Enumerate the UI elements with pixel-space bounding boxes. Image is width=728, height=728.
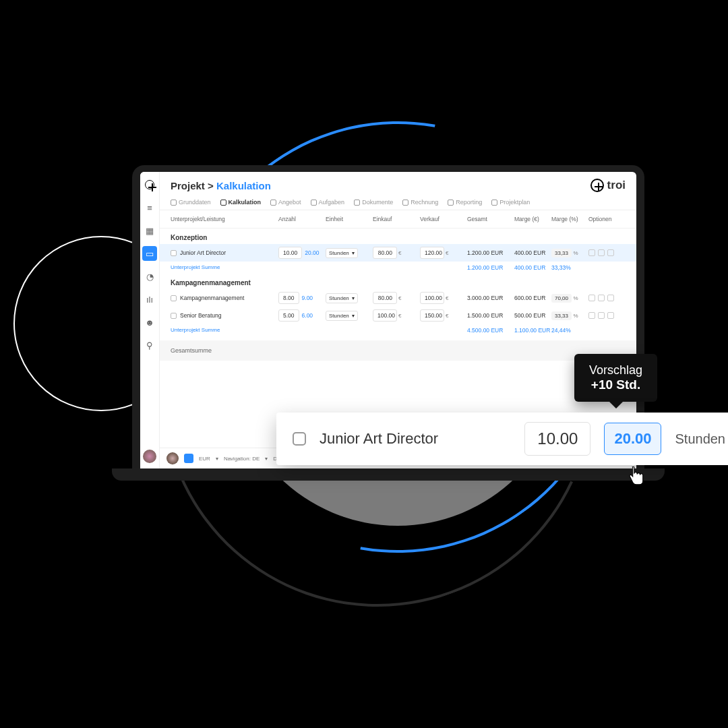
logo-icon[interactable] xyxy=(142,177,157,192)
marge-eur-cell: 600.00 EUR xyxy=(514,295,551,301)
grand-total-row: Gesamtsumme xyxy=(160,340,636,361)
footer-avatar[interactable] xyxy=(166,452,179,464)
tab-angebot[interactable]: Angebot xyxy=(270,199,301,206)
footer-app-icon[interactable] xyxy=(184,454,193,463)
breadcrumb-current: Kalkulation xyxy=(216,180,271,191)
tab-kalkulation[interactable]: Kalkulation xyxy=(220,199,262,206)
marge-eur-cell: 400.00 EUR xyxy=(514,249,551,256)
cursor-hand-icon xyxy=(627,466,644,487)
row-checkbox[interactable] xyxy=(171,250,177,256)
brand-logo-icon xyxy=(590,179,604,192)
avatar[interactable] xyxy=(143,450,156,463)
chevron-down-icon: ▾ xyxy=(265,456,268,462)
option-icon[interactable] xyxy=(598,295,605,301)
unit-select[interactable]: Stunden▾ xyxy=(326,248,358,258)
tab-reporting[interactable]: Reporting xyxy=(448,199,482,206)
footer-currency[interactable]: EUR xyxy=(199,456,210,462)
marge-pct-cell: 33,33 xyxy=(551,311,572,320)
table-row: Junior Art Director 10.0020.00 Stunden▾ … xyxy=(160,244,636,262)
qty-suggestion[interactable]: 9.00 xyxy=(299,295,313,301)
table-row: Kampagnenmanagement 8.009.00 Stunden▾ 80… xyxy=(160,289,636,307)
sidebar-item-dashboard[interactable]: ▦ xyxy=(142,223,157,238)
sell-input[interactable]: 120.00 xyxy=(420,247,444,259)
tab-projektplan[interactable]: Projektplan xyxy=(491,199,530,206)
zoom-row-name: Junior Art Director xyxy=(320,430,511,448)
buy-input[interactable]: 80.00 xyxy=(373,292,397,304)
sidebar-item-pin[interactable]: ⚲ xyxy=(142,338,157,353)
unit-label: Stunden xyxy=(675,431,725,447)
sell-input[interactable]: 150.00 xyxy=(420,309,444,322)
unit-select[interactable]: Stunden▾ xyxy=(326,293,358,303)
qty-input[interactable]: 8.00 xyxy=(278,292,299,304)
total-cell: 1.500.00 EUR xyxy=(467,312,514,319)
menu-icon[interactable]: ≡ xyxy=(142,200,157,215)
tab-icon xyxy=(270,200,276,206)
qty-suggestion[interactable]: 6.00 xyxy=(299,312,313,319)
marge-eur-cell: 500.00 EUR xyxy=(514,312,551,319)
breadcrumb: Projekt > Kalkulation xyxy=(171,180,271,191)
sidebar-item-projects[interactable]: ▭ xyxy=(142,246,157,261)
tab-icon xyxy=(448,200,454,206)
unit-select[interactable]: Stunden▾ xyxy=(326,311,358,321)
suggestion-tooltip: Vorschlag +10 Std. xyxy=(574,354,657,402)
table-row: Senior Beratung 5.006.00 Stunden▾ 100.00… xyxy=(160,307,636,324)
row-checkbox[interactable] xyxy=(171,313,177,319)
option-icon[interactable] xyxy=(598,312,605,319)
group-heading-konzeption: Konzeption xyxy=(160,229,636,244)
chevron-down-icon: ▾ xyxy=(216,456,218,462)
buy-input[interactable]: 80.00 xyxy=(373,247,397,259)
qty-input[interactable]: 10.00 xyxy=(278,247,302,259)
tab-bar: Grunddaten Kalkulation Angebot Aufgaben … xyxy=(160,195,636,210)
option-icon[interactable] xyxy=(598,249,605,256)
tab-icon xyxy=(311,200,317,206)
table-header: Unterprojekt/Leistung Anzahl Einheit Ein… xyxy=(160,210,636,229)
marge-pct-cell: 33,33 xyxy=(551,249,572,257)
tab-grunddaten[interactable]: Grunddaten xyxy=(171,199,211,206)
tab-dokumente[interactable]: Dokumente xyxy=(354,199,393,206)
option-icon[interactable] xyxy=(588,312,595,319)
chevron-down-icon: ▾ xyxy=(352,250,355,256)
chevron-down-icon: ▾ xyxy=(352,313,355,319)
option-icon[interactable] xyxy=(588,249,595,256)
qty-input[interactable]: 5.00 xyxy=(278,309,299,322)
sidebar-item-reports[interactable]: ılı xyxy=(142,292,157,307)
option-icon[interactable] xyxy=(588,295,595,301)
tab-rechnung[interactable]: Rechnung xyxy=(402,199,438,206)
option-icon[interactable] xyxy=(607,312,614,319)
group-heading-kampagnen: Kampagnenmanagement xyxy=(160,274,636,289)
qty-suggestion[interactable]: 20.00 xyxy=(302,249,319,256)
buy-input[interactable]: 100.00 xyxy=(373,309,397,322)
tab-icon xyxy=(220,200,226,206)
sell-input[interactable]: 100.00 xyxy=(420,292,444,304)
row-checkbox[interactable] xyxy=(171,295,177,301)
tab-aufgaben[interactable]: Aufgaben xyxy=(311,199,345,206)
sidebar-item-time[interactable]: ◔ xyxy=(142,269,157,284)
subtotal-row: Unterprojekt Summe 4.500.00 EUR 1.100.00… xyxy=(160,324,636,336)
sidebar-item-user[interactable]: ☻ xyxy=(142,315,157,330)
row-checkbox[interactable] xyxy=(293,432,306,446)
footer-nav[interactable]: Navigation: DE xyxy=(224,456,260,462)
marge-pct-cell: 70,00 xyxy=(551,294,572,303)
option-icon[interactable] xyxy=(607,249,614,256)
breadcrumb-root[interactable]: Projekt xyxy=(171,180,205,191)
tab-icon xyxy=(171,200,177,206)
zoomed-row: Junior Art Director 10.00 20.00 Stunden xyxy=(276,413,728,465)
subtotal-row: Unterprojekt Summe 1.200.00 EUR 400.00 E… xyxy=(160,262,636,274)
chevron-down-icon: ▾ xyxy=(352,295,355,301)
total-cell: 3.000.00 EUR xyxy=(467,295,514,301)
tab-icon xyxy=(354,200,360,206)
tab-icon xyxy=(402,200,408,206)
tab-icon xyxy=(491,200,497,206)
total-cell: 1.200.00 EUR xyxy=(467,249,514,256)
qty-input[interactable]: 10.00 xyxy=(524,422,590,456)
option-icon[interactable] xyxy=(607,295,614,301)
sidebar: ≡ ▦ ▭ ◔ ılı ☻ ⚲ xyxy=(140,172,160,468)
qty-suggestion[interactable]: 20.00 xyxy=(604,423,661,455)
brand-logo: troi xyxy=(590,179,626,192)
